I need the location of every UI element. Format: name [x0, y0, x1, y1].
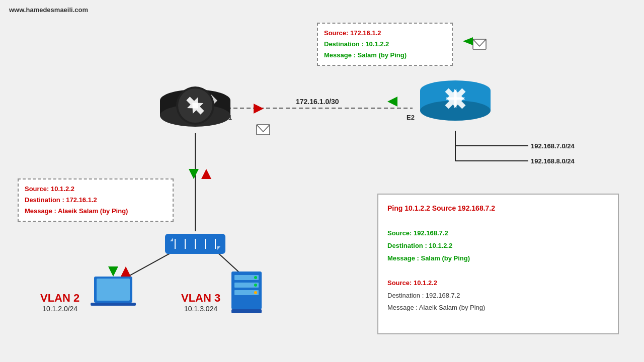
net2-label: 192.168.8.0/24 — [531, 157, 575, 165]
envelope-left — [257, 125, 270, 135]
envelope-right — [473, 39, 486, 49]
arrow-green-down-left — [189, 169, 199, 179]
network-diagram: 172.16.1.0/30 E1 E2 192.168.7.0/24 192.1… — [0, 0, 644, 362]
svg-rect-29 — [231, 309, 262, 313]
svg-point-28 — [254, 291, 257, 294]
blue-switch — [165, 234, 225, 254]
net1-label: 192.168.7.0/24 — [531, 142, 575, 150]
arrow-green-down-switch — [108, 266, 118, 277]
svg-rect-20 — [97, 279, 130, 301]
e2-label: E2 — [407, 114, 415, 121]
arrow-red-right — [254, 104, 264, 114]
switch-to-laptop-line — [123, 251, 174, 279]
server — [231, 272, 262, 313]
link-net-label: 172.16.1.0/30 — [296, 98, 339, 106]
vlan3-label: VLAN 3 10.1.3.024 — [181, 292, 220, 313]
arrow-red-up-switch — [121, 266, 131, 277]
black-router-icon — [176, 86, 214, 125]
arrow-green-left-envelope — [463, 37, 473, 45]
arrow-green-left-main — [387, 97, 397, 107]
svg-rect-21 — [91, 303, 136, 306]
laptop — [91, 277, 136, 306]
vlan2-label: VLAN 2 10.1.2.0/24 — [40, 292, 79, 313]
svg-point-27 — [254, 284, 257, 287]
svg-point-26 — [254, 276, 257, 279]
blue-router — [420, 80, 491, 121]
arrow-red-up-left — [201, 169, 211, 179]
